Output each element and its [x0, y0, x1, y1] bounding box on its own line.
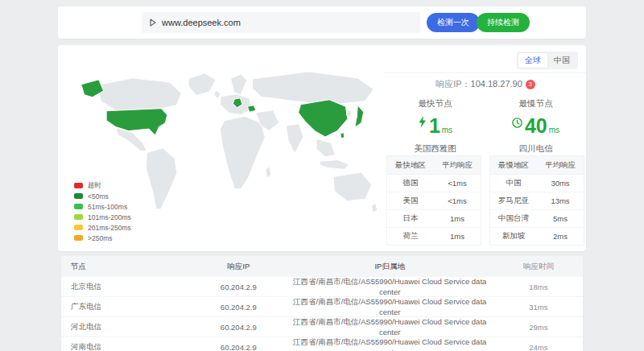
url-input-box[interactable] — [142, 12, 420, 33]
legend-label: <50ms — [88, 192, 109, 200]
table-cell: 60.204.2.9 — [192, 337, 286, 351]
summary-column: 响应IP：104.18.27.903 最快节点 1ms 美国西雅图 最慢节点 4… — [385, 45, 586, 251]
table-cell: 18ms — [494, 277, 583, 297]
legend-label: 51ms-100ms — [88, 203, 127, 211]
column-header: 平均响应 — [537, 156, 584, 175]
legend-item: 201ms-250ms — [74, 222, 131, 233]
table-cell: 29ms — [494, 317, 583, 337]
table-cell: 荷兰 — [387, 228, 435, 246]
fastest-node-block: 最快节点 1ms 美国西雅图 — [385, 98, 485, 155]
legend-swatch-icon — [74, 235, 83, 241]
fastest-node-value: 1ms — [385, 114, 485, 138]
table-cell: 河北电信 — [61, 317, 192, 337]
table-cell: 北京电信 — [61, 277, 192, 297]
table-cell: 60.204.2.9 — [192, 317, 286, 337]
node-table-panel: 节点响应IPIP归属地响应时间 北京电信60.204.2.9江西省/南昌市/电信… — [61, 256, 583, 351]
map-china — [299, 100, 348, 137]
table-row: 罗马尼亚13ms — [490, 192, 584, 210]
table-cell: 13ms — [537, 192, 584, 210]
legend-label: 201ms-250ms — [88, 224, 131, 232]
legend-label: 超时 — [88, 181, 101, 191]
continuous-check-button[interactable]: 持续检测 — [477, 13, 530, 32]
fastest-regions-table: 最快地区平均响应 德国<1ms美国<1ms日本1ms荷兰1ms — [386, 155, 481, 246]
slowest-regions-table: 最慢地区平均响应 中国30ms罗马尼亚13ms中国台湾5ms新加坡2ms — [489, 155, 584, 246]
map-south-america — [146, 148, 176, 209]
legend-item: 51ms-100ms — [74, 201, 131, 212]
legend-item: >250ms — [74, 233, 131, 243]
table-cell: 60.204.2.9 — [192, 297, 286, 317]
table-row: 北京电信60.204.2.9江西省/南昌市/电信/AS55990/Huawei … — [61, 277, 583, 297]
map-mexico — [116, 128, 147, 151]
table-cell: 日本 — [387, 210, 435, 228]
lightning-icon — [418, 116, 427, 128]
legend-swatch-icon — [74, 225, 83, 230]
map-se-asia — [316, 139, 335, 157]
table-cell: 江西省/南昌市/电信/AS55990/Huawei Cloud Service … — [286, 297, 494, 317]
legend-item: 101ms-200ms — [74, 212, 131, 222]
table-cell: 60.204.2.9 — [192, 277, 286, 297]
column-header: 最慢地区 — [490, 156, 538, 175]
fastest-node-label: 最快节点 — [385, 98, 485, 109]
table-row: 中国台湾5ms — [490, 210, 584, 228]
table-cell: 2ms — [537, 228, 584, 246]
legend-label: >250ms — [88, 234, 112, 242]
legend-item: 超时 — [74, 180, 131, 191]
response-ip-value: 104.18.27.90 — [471, 79, 522, 89]
table-row: 荷兰1ms — [387, 228, 481, 246]
legend-label: 101ms-200ms — [88, 213, 131, 221]
url-input[interactable] — [162, 18, 412, 27]
fastest-unit: ms — [442, 126, 452, 134]
table-cell: 河南电信 — [61, 337, 192, 351]
table-cell: 德国 — [387, 175, 435, 192]
legend-swatch-icon — [74, 214, 83, 220]
legend-item: <50ms — [74, 191, 131, 201]
map-taiwan — [341, 133, 345, 138]
fastest-ms: 1 — [429, 114, 440, 137]
map-greenland — [188, 73, 216, 96]
legend-swatch-icon — [74, 204, 83, 209]
table-row: 新加坡2ms — [490, 228, 584, 246]
column-header: 最快地区 — [387, 156, 435, 175]
map-canada — [97, 78, 182, 111]
legend-swatch-icon — [74, 183, 83, 188]
table-cell: 美国 — [387, 192, 435, 210]
check-once-button[interactable]: 检测一次 — [427, 13, 480, 32]
table-cell: <1ms — [434, 192, 481, 210]
table-cell: 1ms — [434, 228, 481, 246]
column-header: 平均响应 — [434, 156, 481, 175]
column-header: 响应IP — [192, 256, 286, 277]
map-australia — [333, 172, 372, 201]
map-japan — [355, 105, 364, 127]
table-cell: 1ms — [434, 210, 481, 228]
table-row: 广东电信60.204.2.9江西省/南昌市/电信/AS55990/Huawei … — [61, 297, 583, 317]
slowest-node-block: 最慢节点 40ms 四川电信 — [485, 98, 586, 155]
slowest-node-value: 40ms — [485, 114, 586, 138]
play-icon — [150, 19, 156, 27]
map-madagascar — [266, 166, 271, 178]
column-header: 节点 — [61, 256, 192, 277]
table-cell: <1ms — [434, 175, 481, 192]
map-usa — [106, 109, 167, 135]
map-india — [286, 124, 303, 154]
table-row: 河南电信60.204.2.9江西省/南昌市/电信/AS55990/Huawei … — [61, 337, 583, 351]
slowest-node-label: 最慢节点 — [485, 98, 586, 109]
column-header: IP归属地 — [286, 256, 494, 277]
table-cell: 广东电信 — [61, 297, 192, 317]
map-new-zealand — [372, 203, 378, 213]
world-map: 超时<50ms51ms-100ms101ms-200ms201ms-250ms>… — [68, 56, 382, 245]
table-cell: 罗马尼亚 — [490, 192, 538, 210]
table-row: 河北电信60.204.2.9江西省/南昌市/电信/AS55990/Huawei … — [61, 317, 583, 337]
table-row: 中国30ms — [490, 175, 584, 192]
map-africa — [221, 116, 266, 189]
ip-count-badge[interactable]: 3 — [526, 80, 535, 89]
map-uk — [214, 90, 221, 99]
table-row: 德国<1ms — [387, 175, 481, 192]
result-panel: 全球 中国 — [58, 45, 586, 251]
slowest-node-location: 四川电信 — [485, 143, 586, 155]
table-row: 日本1ms — [387, 210, 481, 228]
legend-swatch-icon — [74, 193, 83, 199]
map-indonesia — [320, 159, 349, 169]
table-cell: 新加坡 — [490, 228, 538, 246]
map-scandinavia — [230, 74, 246, 95]
map-romania — [247, 105, 255, 112]
